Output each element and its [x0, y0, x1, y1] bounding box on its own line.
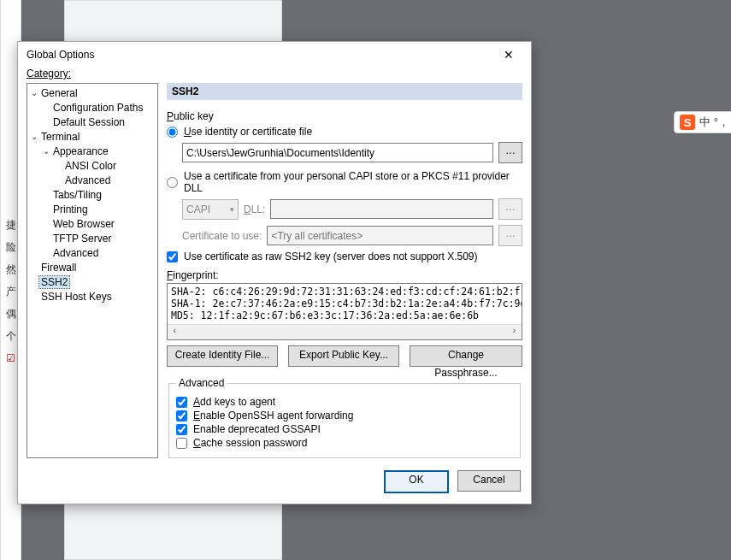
tree-item[interactable]: Advanced [27, 173, 157, 187]
check-gssapi-label: Enable deprecated GSSAPI [193, 423, 321, 435]
browse-identity-button[interactable]: … [498, 142, 522, 163]
check-add-keys[interactable]: Add keys to agent [176, 396, 513, 408]
capi-combo-label: CAPI [186, 203, 210, 215]
check-raw-ssh2[interactable]: Use certificate as raw SSH2 key (server … [167, 251, 522, 262]
export-public-key-button[interactable]: Export Public Key... [288, 345, 399, 367]
scroll-right-icon[interactable]: › [507, 325, 522, 339]
scroll-left-icon[interactable]: ‹ [168, 325, 182, 339]
tree-item[interactable]: ANSI Color [27, 158, 157, 173]
tree-item[interactable]: Printing [27, 202, 157, 216]
tree-item-label: Configuration Paths [51, 102, 144, 114]
tree-item[interactable]: Configuration Paths [27, 100, 157, 115]
close-icon[interactable]: ✕ [492, 45, 526, 64]
create-identity-button[interactable]: Create Identity File... [167, 345, 278, 367]
tree-item[interactable]: SSH2 [27, 274, 157, 289]
tree-item[interactable]: Web Browser [27, 216, 157, 231]
radio-use-capi-label: Use a certificate from your personal CAP… [184, 170, 522, 194]
category-label: Category: [18, 68, 531, 83]
check-agent-forwarding[interactable]: Enable OpenSSH agent forwarding [176, 410, 513, 421]
chevron-down-icon: ▾ [230, 205, 238, 214]
change-passphrase-button[interactable]: Change Passphrase... [410, 345, 522, 367]
tree-item-label: General [39, 87, 80, 99]
check-raw-ssh2-label: Use certificate as raw SSH2 key (server … [184, 251, 477, 262]
radio-use-capi-input[interactable] [167, 177, 178, 188]
tree-item[interactable]: Advanced [27, 245, 157, 260]
tree-item-label: ANSI Color [63, 160, 118, 172]
tree-item[interactable]: ⌄Appearance [27, 144, 157, 158]
capi-combo: CAPI ▾ [182, 199, 239, 220]
category-tree[interactable]: ⌄GeneralConfiguration PathsDefault Sessi… [27, 83, 158, 458]
identity-path-input[interactable] [182, 143, 493, 162]
check-cache-password[interactable]: Cache session password [176, 437, 513, 449]
cancel-button[interactable]: Cancel [457, 470, 521, 492]
advanced-legend: Advanced [176, 377, 227, 389]
content-panel: SSH2 Public key Use identity or certific… [167, 83, 522, 458]
tree-item-label: SSH2 [39, 276, 69, 288]
tree-item-label: Appearance [51, 145, 110, 157]
tree-arrow-icon[interactable]: ⌄ [41, 146, 51, 156]
tree-item-label: Tabs/Tiling [51, 189, 103, 201]
tree-item-label: TFTP Server [51, 233, 113, 245]
radio-use-identity-input[interactable] [167, 127, 178, 138]
check-raw-ssh2-input[interactable] [167, 251, 178, 262]
tree-item-label: Terminal [39, 131, 81, 143]
tree-item-label: SSH Host Keys [39, 291, 114, 303]
radio-use-identity[interactable]: Use identity or certificate file [167, 126, 522, 138]
tree-item[interactable]: TFTP Server [27, 231, 157, 245]
tree-item-label: Printing [51, 203, 90, 215]
tree-item-label: Web Browser [51, 218, 116, 230]
dialog-titlebar: Global Options ✕ [18, 42, 531, 68]
tree-item[interactable]: Default Session [27, 115, 157, 129]
dll-label: DLL: [244, 203, 265, 215]
ime-badge-icon: S [680, 115, 695, 130]
browse-cert-button: … [498, 225, 522, 246]
tree-item-label: Default Session [51, 116, 127, 128]
ok-button[interactable]: OK [384, 470, 449, 493]
fingerprint-line: MD5: 12:1f:a2:9c:67:b6:e3:3c:17:36:2a:ed… [171, 309, 518, 321]
tree-item[interactable]: Tabs/Tiling [27, 187, 157, 202]
cert-to-use-input [267, 226, 493, 245]
fingerprint-line: SHA-1: 2e:c7:37:46:2a:e9:15:c4:b7:3d:b2:… [171, 298, 518, 309]
dll-path-input [270, 199, 493, 219]
check-cache-password-label: Cache session password [193, 437, 307, 449]
check-add-keys-label: Add keys to agent [193, 396, 275, 408]
tree-arrow-icon[interactable]: ⌄ [29, 88, 39, 97]
check-agent-forwarding-input[interactable] [176, 410, 187, 421]
dialog-title: Global Options [27, 49, 94, 61]
ime-text: 中 °， [699, 115, 729, 130]
radio-use-identity-label: Use identity or certificate file [184, 126, 312, 138]
browse-dll-button: … [498, 198, 522, 220]
check-gssapi-input[interactable] [176, 424, 187, 435]
tree-item-label: Advanced [51, 247, 100, 259]
global-options-dialog: Global Options ✕ Category: ⌄GeneralConfi… [17, 41, 532, 504]
tree-item[interactable]: ⌄Terminal [27, 129, 157, 144]
tree-item-label: Advanced [63, 174, 112, 186]
check-add-keys-input[interactable] [176, 397, 187, 408]
tree-arrow-icon[interactable]: ⌄ [29, 132, 39, 141]
tree-item[interactable]: SSH Host Keys [27, 289, 157, 304]
radio-use-capi[interactable]: Use a certificate from your personal CAP… [167, 170, 522, 194]
fingerprint-box[interactable]: SHA-2: c6:c4:26:29:9d:72:31:31:63:24:ed:… [167, 283, 522, 340]
dialog-footer: OK Cancel [18, 463, 531, 504]
check-agent-forwarding-label: Enable OpenSSH agent forwarding [193, 410, 353, 421]
check-gssapi[interactable]: Enable deprecated GSSAPI [176, 423, 513, 435]
check-cache-password-input[interactable] [176, 438, 187, 449]
fingerprint-label: Fingerprint: [167, 269, 522, 281]
tree-item[interactable]: Firewall [27, 260, 157, 274]
fingerprint-scrollbar[interactable]: ‹ › [168, 324, 522, 339]
ime-indicator[interactable]: S 中 °， [674, 111, 731, 133]
fingerprint-line: SHA-2: c6:c4:26:29:9d:72:31:31:63:24:ed:… [171, 286, 518, 298]
tree-item[interactable]: ⌄General [27, 85, 157, 100]
advanced-group: Advanced Add keys to agent Enable OpenSS… [168, 377, 521, 458]
section-heading: SSH2 [167, 83, 522, 100]
public-key-label: Public key [167, 110, 522, 122]
tree-item-label: Firewall [39, 262, 78, 274]
cert-to-use-label: Certificate to use: [182, 230, 262, 242]
